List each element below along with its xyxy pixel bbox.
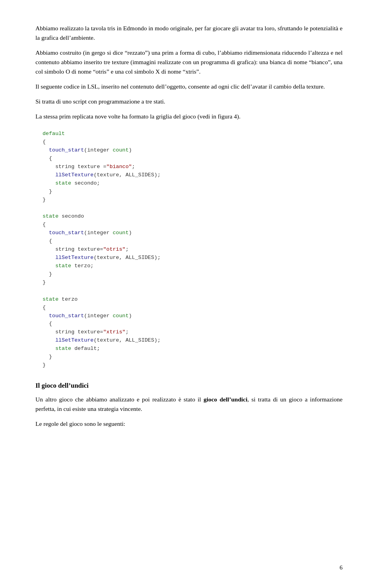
page: Abbiamo realizzato la tavola tris in Edm…: [0, 0, 378, 588]
paragraph-5: La stessa prim replicata nove volte ha f…: [35, 112, 343, 121]
paragraph-3: Il seguente codice in LSL, inserito nel …: [35, 82, 343, 91]
code-block-2: state secondo { touch_start(integer coun…: [35, 213, 343, 287]
code-block-3: state terzo { touch_start(integer count)…: [35, 296, 343, 370]
code-block-1: default { touch_start(integer count) { s…: [35, 130, 343, 204]
paragraph-4: Si tratta di uno script con programmazio…: [35, 97, 343, 106]
paragraph-1: Abbiamo realizzato la tavola tris in Edm…: [35, 24, 343, 43]
section-paragraph-1: Un altro gioco che abbiamo analizzato e …: [35, 395, 343, 414]
section-heading: Il gioco dell’undici: [35, 381, 343, 391]
paragraph-2: Abbiamo costruito (in gergo si dice “rez…: [35, 48, 343, 76]
section-paragraph-2: Le regole del gioco sono le seguenti:: [35, 419, 343, 429]
keyword-default: default: [43, 131, 65, 137]
page-number: 6: [340, 563, 343, 572]
